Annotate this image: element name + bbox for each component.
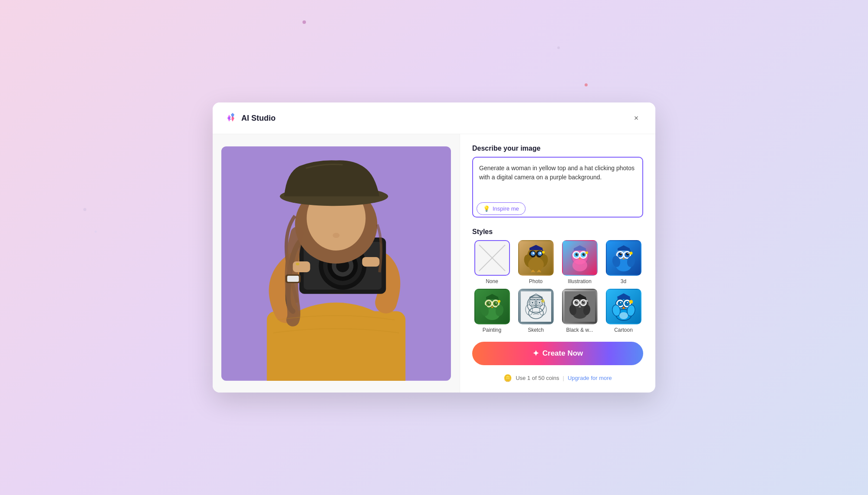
svg-point-65 <box>626 253 629 255</box>
controls-panel: Describe your image 💡 Inspire me Styles <box>460 134 655 393</box>
svg-rect-54 <box>574 248 586 251</box>
svg-point-39 <box>542 251 545 254</box>
svg-point-82 <box>494 302 497 305</box>
svg-point-83 <box>488 303 489 304</box>
svg-point-99 <box>532 302 533 304</box>
style-none[interactable]: None <box>472 240 512 284</box>
bg-dot <box>83 208 86 211</box>
svg-point-67 <box>627 253 628 254</box>
style-painting-thumb <box>474 289 510 324</box>
svg-point-89 <box>498 300 500 303</box>
close-icon: × <box>634 114 639 123</box>
svg-rect-24 <box>296 263 299 265</box>
svg-marker-37 <box>529 245 542 248</box>
style-3d-thumb <box>606 240 641 276</box>
preview-illustration <box>221 146 451 381</box>
create-now-label: Create Now <box>542 349 583 358</box>
preview-image <box>221 146 451 381</box>
svg-rect-86 <box>486 297 498 299</box>
svg-point-115 <box>582 301 584 304</box>
modal-body: Describe your image 💡 Inspire me Styles <box>213 134 655 393</box>
style-cartoon[interactable]: Cartoon <box>604 289 643 333</box>
modal-title: AI Studio <box>241 114 276 123</box>
svg-rect-119 <box>574 297 586 299</box>
create-now-button[interactable]: ✦ Create Now <box>472 342 643 365</box>
svg-point-121 <box>585 300 588 302</box>
svg-point-64 <box>619 253 622 255</box>
style-sketch-label: Sketch <box>528 327 544 333</box>
svg-rect-135 <box>618 297 630 299</box>
bg-dot <box>95 231 97 233</box>
style-bw[interactable]: Black & w... <box>560 289 599 333</box>
svg-point-81 <box>487 302 490 305</box>
coins-divider: | <box>563 375 564 381</box>
close-button[interactable]: × <box>629 111 643 125</box>
ai-studio-modal: AI Studio × <box>213 102 655 393</box>
svg-point-114 <box>575 301 577 304</box>
modal-title-group: AI Studio <box>225 112 276 124</box>
style-bw-thumb <box>562 289 598 324</box>
svg-point-100 <box>539 302 540 304</box>
bw-style-icon <box>565 291 595 322</box>
svg-rect-23 <box>287 275 299 281</box>
coins-icon: 🪙 <box>503 374 512 382</box>
style-none-thumb <box>474 240 510 276</box>
style-cartoon-label: Cartoon <box>614 327 633 333</box>
sparkle-icon: ✦ <box>533 349 539 358</box>
painting-style-icon <box>477 291 507 322</box>
style-illustration[interactable]: Illustration <box>560 240 599 284</box>
svg-point-66 <box>620 253 621 254</box>
inspire-button[interactable]: 💡 Inspire me <box>477 202 526 215</box>
describe-label: Describe your image <box>472 145 643 152</box>
bulb-icon: 💡 <box>483 205 490 212</box>
svg-rect-69 <box>618 248 630 251</box>
svg-marker-55 <box>574 245 586 248</box>
svg-point-19 <box>333 233 340 238</box>
styles-section: Styles None <box>472 228 643 333</box>
style-illustration-label: Illustration <box>568 278 592 284</box>
svg-point-58 <box>572 259 587 271</box>
svg-point-117 <box>583 301 584 302</box>
bg-dot <box>585 83 588 86</box>
svg-point-72 <box>629 252 632 255</box>
style-painting[interactable]: Painting <box>472 289 512 333</box>
svg-rect-21 <box>362 257 379 267</box>
bg-dot <box>557 46 560 49</box>
style-cartoon-thumb <box>606 289 641 324</box>
svg-point-141 <box>619 312 628 319</box>
coins-text: Use 1 of 50 coins <box>516 375 559 381</box>
inspire-label: Inspire me <box>493 205 519 212</box>
svg-point-132 <box>620 302 621 304</box>
style-photo-thumb <box>518 240 554 276</box>
style-illustration-thumb <box>562 240 598 276</box>
coins-row: 🪙 Use 1 of 50 coins | Upgrade for more <box>472 374 643 382</box>
svg-point-0 <box>230 117 232 119</box>
illustration-style-icon <box>565 243 595 273</box>
upgrade-link[interactable]: Upgrade for more <box>568 375 612 381</box>
svg-rect-20 <box>293 261 310 272</box>
svg-point-42 <box>528 257 544 271</box>
style-3d[interactable]: 3d <box>604 240 643 284</box>
style-photo[interactable]: Photo <box>516 240 556 284</box>
svg-point-84 <box>495 303 496 304</box>
svg-point-137 <box>629 300 633 304</box>
svg-point-33 <box>533 252 534 254</box>
bg-dot <box>302 20 306 24</box>
styles-label: Styles <box>472 228 643 236</box>
modal-header: AI Studio × <box>213 102 655 134</box>
style-sketch[interactable]: Sketch <box>516 289 556 333</box>
svg-point-57 <box>585 251 588 254</box>
style-painting-label: Painting <box>483 327 501 333</box>
svg-point-133 <box>627 302 628 304</box>
style-photo-label: Photo <box>529 278 542 284</box>
svg-point-34 <box>539 252 541 254</box>
image-panel <box>213 134 460 393</box>
svg-point-50 <box>582 253 585 256</box>
textarea-wrapper: 💡 Inspire me <box>472 157 643 219</box>
cartoon-style-icon <box>608 291 639 322</box>
ai-studio-icon <box>225 112 237 124</box>
style-bw-label: Black & w... <box>566 327 593 333</box>
style-3d-label: 3d <box>621 278 626 284</box>
svg-marker-70 <box>618 245 630 248</box>
describe-section: Describe your image 💡 Inspire me <box>472 145 643 219</box>
